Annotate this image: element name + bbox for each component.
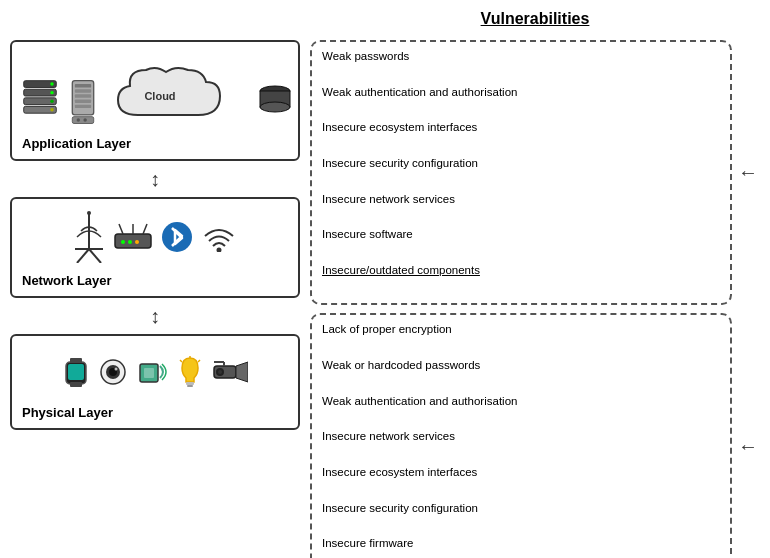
svg-point-34 xyxy=(217,248,222,253)
vuln-item: Weak or hardcoded passwords xyxy=(322,357,720,375)
vuln-item: Weak passwords xyxy=(322,48,720,66)
svg-rect-26 xyxy=(115,234,151,248)
vuln-item: Insecure network services xyxy=(322,191,720,209)
svg-point-33 xyxy=(162,222,192,252)
database-icon xyxy=(258,85,293,113)
svg-point-6 xyxy=(50,100,53,103)
svg-marker-51 xyxy=(236,362,248,382)
svg-point-53 xyxy=(218,370,222,374)
svg-rect-38 xyxy=(68,364,84,380)
vuln-item: Insecure security configuration xyxy=(322,155,720,173)
svg-rect-11 xyxy=(75,94,91,97)
arrow-app-to-net: ↕ xyxy=(10,169,300,189)
physical-layer-box: Physical Layer xyxy=(10,334,300,430)
vuln-item: Insecure ecosystem interfaces xyxy=(322,464,720,482)
iot-device-icon xyxy=(136,356,168,388)
svg-point-42 xyxy=(115,367,118,370)
wifi-icon xyxy=(201,222,237,252)
app-layer-icons: Cloud xyxy=(22,50,288,130)
svg-point-5 xyxy=(50,91,53,94)
vuln-item: Insecure firmware xyxy=(322,535,720,553)
tower-server-icon xyxy=(68,75,98,130)
svg-rect-46 xyxy=(187,385,193,387)
vuln-box-app: Weak passwordsWeak authentication and au… xyxy=(310,40,732,305)
svg-point-7 xyxy=(50,108,53,111)
svg-point-16 xyxy=(83,118,86,121)
arrow-net-to-phys: ↕ xyxy=(10,306,300,326)
arrow-app-vuln: ← xyxy=(736,161,760,184)
server-stack-icon xyxy=(22,75,58,130)
vuln-column: Vulnerabilities Weak passwordsWeak authe… xyxy=(310,10,760,548)
vuln-item: Weak authentication and authorisation xyxy=(322,84,720,102)
svg-line-49 xyxy=(180,360,182,362)
vuln-title: Vulnerabilities xyxy=(310,10,760,28)
vuln-item: Insecure/outdated components xyxy=(322,262,720,280)
lightbulb-icon xyxy=(176,354,204,390)
cloud-container: Cloud xyxy=(108,60,288,130)
svg-rect-36 xyxy=(70,358,82,363)
svg-rect-44 xyxy=(144,368,154,378)
svg-rect-37 xyxy=(70,382,82,387)
svg-point-15 xyxy=(77,118,80,121)
svg-rect-10 xyxy=(75,89,91,92)
svg-point-4 xyxy=(50,82,53,85)
svg-line-24 xyxy=(89,249,101,263)
svg-line-23 xyxy=(77,249,89,263)
layers-column: Cloud Application Layer ↕ xyxy=(10,10,300,548)
svg-point-25 xyxy=(87,211,91,215)
svg-text:Cloud: Cloud xyxy=(144,90,175,102)
main-container: Cloud Application Layer ↕ xyxy=(10,10,760,548)
physical-layer-icons xyxy=(22,344,288,399)
vuln-item: Insecure network services xyxy=(322,428,720,446)
svg-rect-13 xyxy=(75,105,91,108)
antenna-icon xyxy=(73,211,105,263)
svg-line-27 xyxy=(119,224,123,234)
camera-icon xyxy=(98,357,128,387)
svg-point-30 xyxy=(121,240,125,244)
svg-rect-9 xyxy=(75,84,91,87)
svg-rect-45 xyxy=(186,382,194,385)
svg-line-48 xyxy=(198,360,200,362)
svg-rect-12 xyxy=(75,100,91,103)
bluetooth-icon xyxy=(161,216,193,258)
svg-point-31 xyxy=(128,240,132,244)
router-icon xyxy=(113,222,153,252)
smartwatch-icon xyxy=(62,354,90,390)
svg-rect-14 xyxy=(72,117,93,124)
vuln-item: Insecure security configuration xyxy=(322,500,720,518)
network-layer-box: Network Layer xyxy=(10,197,300,298)
network-layer-label: Network Layer xyxy=(22,273,288,288)
vuln-box-net: Lack of proper encryptionWeak or hardcod… xyxy=(310,313,732,558)
app-layer-label: Application Layer xyxy=(22,136,288,151)
vuln-item: Insecure software xyxy=(322,226,720,244)
vuln-item: Weak authentication and authorisation xyxy=(322,393,720,411)
svg-point-32 xyxy=(135,240,139,244)
vuln-item: Insecure ecosystem interfaces xyxy=(322,119,720,137)
arrow-net-vuln: ← xyxy=(736,435,760,458)
network-layer-icons xyxy=(22,207,288,267)
security-camera-icon xyxy=(212,358,248,386)
svg-line-29 xyxy=(143,224,147,234)
svg-point-20 xyxy=(260,102,290,112)
application-layer-box: Cloud Application Layer xyxy=(10,40,300,161)
vuln-item: Lack of proper encryption xyxy=(322,321,720,339)
physical-layer-label: Physical Layer xyxy=(22,405,288,420)
